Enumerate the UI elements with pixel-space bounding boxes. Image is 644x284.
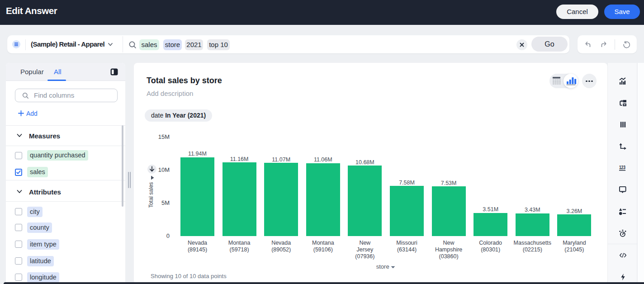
- svg-text:123: 123: [619, 165, 626, 170]
